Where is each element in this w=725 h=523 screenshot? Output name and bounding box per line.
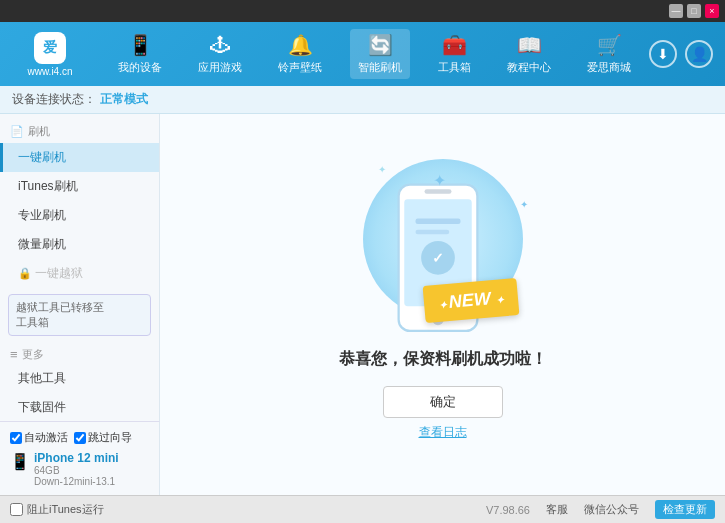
new-badge: NEW	[422, 277, 519, 322]
status-label: 设备连接状态：	[12, 91, 96, 108]
sidebar-item-other-tools-label: 其他工具	[18, 371, 66, 385]
sidebar-item-other-tools[interactable]: 其他工具	[0, 364, 159, 393]
footer-right: V7.98.66 客服 微信公众号 检查更新	[486, 500, 715, 519]
skip-guide-input[interactable]	[74, 432, 86, 444]
confirm-button-label: 确定	[430, 393, 456, 411]
sidebar-item-itunes-flash-label: iTunes刷机	[18, 179, 78, 193]
sidebar-item-pro-flash-label: 专业刷机	[18, 208, 66, 222]
svg-text:✓: ✓	[432, 251, 444, 266]
content-area: ✓ NEW ✦ ✦ ✦ 恭喜您，保资料刷机成功啦！ 确定 查看日志	[160, 114, 725, 495]
svg-rect-5	[415, 229, 449, 234]
device-details: iPhone 12 mini 64GB Down-12mini-13.1	[34, 451, 119, 487]
nav-label-apps: 应用游戏	[198, 60, 242, 75]
auto-activate-label: 自动激活	[24, 430, 68, 445]
phone-container: ✓ NEW ✦ ✦ ✦	[373, 169, 513, 329]
sidebar-item-onekey-flash-label: 一键刷机	[18, 150, 66, 164]
nav-label-flash: 智能刷机	[358, 60, 402, 75]
footer-link-support[interactable]: 客服	[546, 502, 568, 517]
sidebar-item-micro-flash-label: 微量刷机	[18, 237, 66, 251]
nav-items: 📱 我的设备 🕹 应用游戏 🔔 铃声壁纸 🔄 智能刷机 🧰 工具箱 📖 教程中心…	[100, 29, 649, 79]
sidebar-section-more: ≡ 更多	[0, 342, 159, 364]
footer-version: V7.98.66	[486, 504, 530, 516]
nav-item-tutorials[interactable]: 📖 教程中心	[499, 29, 559, 79]
sidebar-item-jailbreak-label: 一键越狱	[35, 265, 83, 282]
auto-activate-input[interactable]	[10, 432, 22, 444]
sidebar-item-onekey-flash[interactable]: 一键刷机	[0, 143, 159, 172]
flash-section-icon: 📄	[10, 125, 24, 138]
user-button[interactable]: 👤	[685, 40, 713, 68]
skip-guide-label: 跳过向导	[88, 430, 132, 445]
logo-area: 爱 www.i4.cn	[0, 28, 100, 81]
auto-activate-checkbox[interactable]: 自动激活	[10, 430, 68, 445]
more-section-icon: ≡	[10, 347, 18, 362]
maximize-button[interactable]: □	[687, 4, 701, 18]
close-button[interactable]: ×	[705, 4, 719, 18]
device-capacity: 64GB	[34, 465, 119, 476]
device-phone-icon: 📱	[10, 452, 30, 471]
sidebar-info-box: 越狱工具已转移至工具箱	[8, 294, 151, 336]
nav-item-ringtones[interactable]: 🔔 铃声壁纸	[270, 29, 330, 79]
new-badge-text: NEW	[448, 288, 492, 312]
nav-label-shop: 爱思商城	[587, 60, 631, 75]
nav-item-toolbox[interactable]: 🧰 工具箱	[430, 29, 479, 79]
sidebar-item-download-firmware-label: 下载固件	[18, 400, 66, 414]
star-deco-3: ✦	[378, 164, 386, 175]
confirm-button[interactable]: 确定	[383, 386, 503, 418]
minimize-button[interactable]: —	[669, 4, 683, 18]
sidebar-item-pro-flash[interactable]: 专业刷机	[0, 201, 159, 230]
devices-icon: 📱	[128, 33, 153, 57]
flash-icon: 🔄	[368, 33, 393, 57]
toolbox-icon: 🧰	[442, 33, 467, 57]
lock-icon: 🔒	[18, 267, 32, 280]
sidebar-section-flash-label: 刷机	[28, 124, 50, 139]
secondary-link[interactable]: 查看日志	[419, 424, 467, 441]
success-illustration: ✓ NEW ✦ ✦ ✦	[373, 169, 513, 333]
star-deco-1: ✦	[433, 171, 446, 190]
nav-label-tutorials: 教程中心	[507, 60, 551, 75]
block-itunes-checkbox[interactable]	[10, 503, 23, 516]
sidebar-item-download-firmware[interactable]: 下载固件	[0, 393, 159, 422]
ringtones-icon: 🔔	[288, 33, 313, 57]
info-box-text: 越狱工具已转移至工具箱	[16, 301, 104, 328]
sidebar-item-micro-flash[interactable]: 微量刷机	[0, 230, 159, 259]
title-bar: — □ ×	[0, 0, 725, 22]
footer: 阻止iTunes运行 V7.98.66 客服 微信公众号 检查更新	[0, 495, 725, 523]
logo-symbol: 爱	[43, 39, 57, 57]
tutorials-icon: 📖	[517, 33, 542, 57]
footer-link-wechat[interactable]: 微信公众号	[584, 502, 639, 517]
header: 爱 www.i4.cn 📱 我的设备 🕹 应用游戏 🔔 铃声壁纸 🔄 智能刷机 …	[0, 22, 725, 86]
logo-icon: 爱	[34, 32, 66, 64]
device-model: Down-12mini-13.1	[34, 476, 119, 487]
skip-guide-checkbox[interactable]: 跳过向导	[74, 430, 132, 445]
device-area: 自动激活 跳过向导 📱 iPhone 12 mini 64GB Down-12m…	[0, 421, 160, 495]
sidebar-item-jailbreak: 🔒 一键越狱	[0, 259, 159, 288]
status-value: 正常模式	[100, 91, 148, 108]
download-button[interactable]: ⬇	[649, 40, 677, 68]
itunes-status-label: 阻止iTunes运行	[27, 502, 104, 517]
shop-icon: 🛒	[597, 33, 622, 57]
status-bar: 设备连接状态： 正常模式	[0, 86, 725, 114]
logo-subtext: www.i4.cn	[27, 66, 72, 77]
nav-item-shop[interactable]: 🛒 爱思商城	[579, 29, 639, 79]
star-deco-2: ✦	[520, 199, 528, 210]
nav-label-toolbox: 工具箱	[438, 60, 471, 75]
device-info: 📱 iPhone 12 mini 64GB Down-12mini-13.1	[10, 451, 149, 487]
device-checkboxes: 自动激活 跳过向导	[10, 430, 149, 445]
sidebar-item-itunes-flash[interactable]: iTunes刷机	[0, 172, 159, 201]
sidebar-section-title-flash: 📄 刷机	[0, 120, 159, 143]
apps-icon: 🕹	[210, 34, 230, 57]
nav-label-devices: 我的设备	[118, 60, 162, 75]
svg-rect-4	[415, 218, 460, 224]
sidebar-section-more-label: 更多	[22, 347, 44, 362]
device-name: iPhone 12 mini	[34, 451, 119, 465]
check-update-button[interactable]: 检查更新	[655, 500, 715, 519]
nav-item-devices[interactable]: 📱 我的设备	[110, 29, 170, 79]
nav-item-flash[interactable]: 🔄 智能刷机	[350, 29, 410, 79]
footer-left: 阻止iTunes运行	[10, 502, 104, 517]
header-right: ⬇ 👤	[649, 40, 725, 68]
nav-label-ringtones: 铃声壁纸	[278, 60, 322, 75]
success-text: 恭喜您，保资料刷机成功啦！	[339, 349, 547, 370]
title-bar-controls: — □ ×	[669, 4, 719, 18]
nav-item-apps[interactable]: 🕹 应用游戏	[190, 30, 250, 79]
